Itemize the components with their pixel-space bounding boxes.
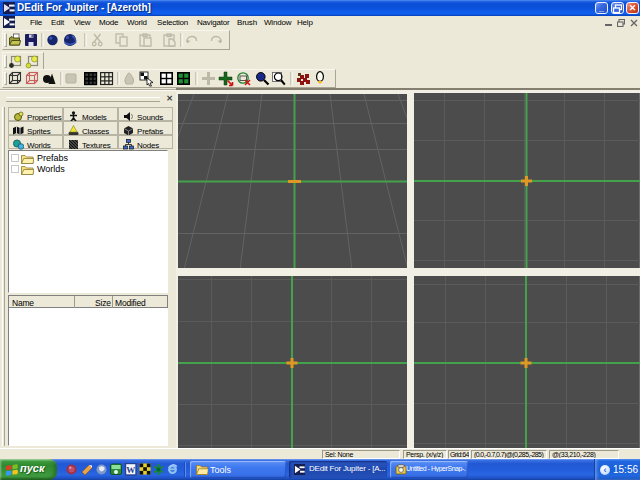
svg-text:W: W: [126, 465, 135, 475]
